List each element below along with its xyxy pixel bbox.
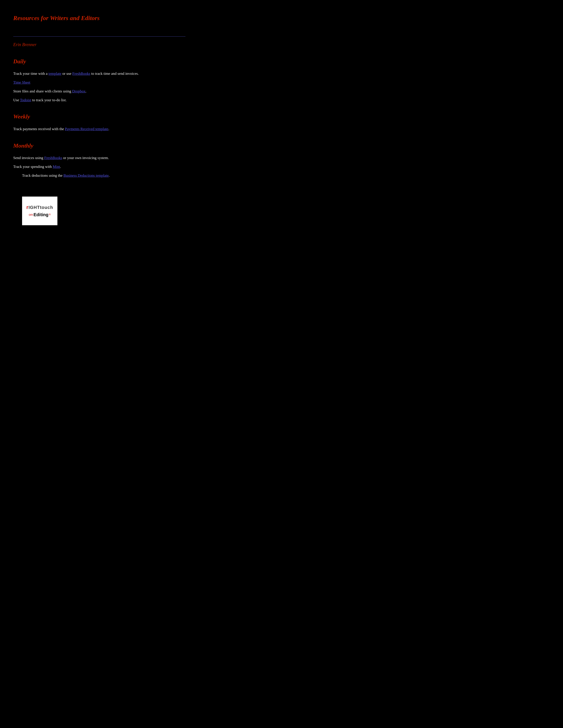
weekly-content: Track payments received with the Payment… [13, 126, 185, 132]
dropbox-link[interactable]: Dropbox [72, 89, 85, 93]
daily-para-3: Use Todoist to track your to-do list. [13, 97, 185, 103]
logo-om: om [29, 212, 33, 217]
template-link[interactable]: template [48, 71, 61, 76]
logo-container: rIGHTtouch om Editing® [22, 197, 185, 225]
section-divider [13, 36, 185, 37]
logo-box: rIGHTtouch om Editing® [22, 197, 57, 225]
monthly-para-3: Track deductions using the Business Dedu… [22, 172, 185, 179]
todoist-link[interactable]: Todoist [20, 98, 31, 102]
logo-editing: Editing [34, 211, 49, 218]
freshbooks-link-monthly[interactable]: FreshBooks [44, 156, 62, 160]
monthly-para-2: Track your spending with Mint. [13, 163, 185, 170]
monthly-content: Send invoices using FreshBooks or your o… [13, 155, 185, 179]
mint-link[interactable]: Mint [53, 165, 60, 169]
logo-r: r [26, 205, 29, 210]
section-heading-weekly: Weekly [13, 112, 185, 121]
daily-para-1: Track your time with a template or use F… [13, 70, 185, 77]
timesheet-link[interactable]: Time Sheet [13, 80, 30, 84]
business-deductions-link[interactable]: Business Deductions template [63, 173, 109, 178]
page-title: Resources for Writers and Editors [13, 13, 185, 23]
payments-received-link[interactable]: Payments Received template [65, 127, 108, 131]
daily-content: Track your time with a template or use F… [13, 70, 185, 103]
logo-ighttouch: IGHTtouch [28, 205, 53, 210]
daily-para-2: Store files and share with clients using… [13, 88, 185, 95]
author-name: Erin Brenner [13, 41, 185, 48]
freshbooks-link-daily[interactable]: FreshBooks [72, 71, 90, 76]
daily-para-timesheet: Time Sheet [13, 79, 185, 86]
section-heading-daily: Daily [13, 57, 185, 66]
section-heading-monthly: Monthly [13, 141, 185, 150]
monthly-para-1: Send invoices using FreshBooks or your o… [13, 155, 185, 161]
logo-line1: rIGHTtouch [26, 203, 53, 211]
logo-line2: om Editing® [29, 211, 51, 218]
logo-reg: ® [49, 213, 51, 217]
weekly-para-1: Track payments received with the Payment… [13, 126, 185, 132]
